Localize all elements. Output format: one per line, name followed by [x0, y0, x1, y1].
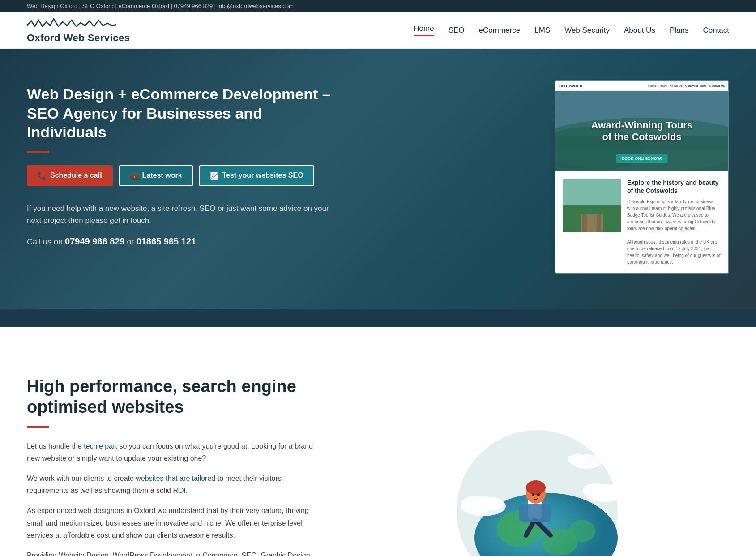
section-divider: [27, 426, 49, 428]
phone-icon: 📞: [38, 171, 47, 180]
main-para2: We work with our clients to create websi…: [27, 472, 318, 496]
screenshot-nav: COTSWOLD Home Tours About Us Cotswold To…: [555, 81, 728, 91]
screenshot-hero: Award-Winning Toursof the Cotswolds BOOK…: [555, 91, 728, 171]
hero-section: Web Design + eCommerce Development – SEO…: [0, 49, 756, 309]
logo-area: Oxford Web Services: [27, 17, 130, 44]
screenshot-text: Explore the history and beauty of the Co…: [627, 179, 721, 265]
nav-ecommerce[interactable]: eCommerce: [479, 26, 521, 35]
top-bar: Web Design Oxford | SEO Oxford | eCommer…: [0, 0, 756, 12]
svg-rect-12: [597, 214, 601, 232]
main-para1: Let us handle the techie part so you can…: [27, 440, 318, 464]
hero-content: Web Design + eCommerce Development – SEO…: [27, 76, 331, 247]
svg-point-26: [568, 454, 587, 465]
nav-home[interactable]: Home: [414, 24, 434, 36]
hero-divider: [27, 151, 49, 153]
schedule-call-button[interactable]: 📞 Schedule a call: [27, 165, 113, 186]
nav-seo[interactable]: SEO: [448, 26, 465, 35]
screenshot-nav-links: Home Tours About Us Cotswold Tours Conta…: [648, 84, 725, 87]
globe-illustration: [430, 376, 645, 556]
hero-screenshot: COTSWOLD Home Tours About Us Cotswold To…: [555, 80, 729, 274]
screenshot-image: [563, 179, 621, 232]
svg-point-24: [603, 484, 623, 497]
hero-buttons: 📞 Schedule a call 💼 Latest work 📈 Test y…: [27, 165, 331, 186]
hero-description: If you need help with a new website, a s…: [27, 202, 331, 227]
nav-contact[interactable]: Contact: [703, 26, 729, 35]
main-nav: Home SEO eCommerce LMS Web Security Abou…: [414, 24, 729, 36]
section-title: High performance, search engine optimise…: [27, 376, 318, 417]
arrow-divider: [0, 309, 756, 327]
hero-phone: Call us on 07949 966 829 or 01865 965 12…: [27, 236, 331, 247]
screenshot-tour-title: Award-Winning Toursof the Cotswolds: [591, 120, 692, 143]
nav-lms[interactable]: LMS: [534, 26, 550, 35]
briefcase-icon: 💼: [130, 171, 139, 180]
divider-spacer: [0, 327, 756, 345]
top-bar-text: Web Design Oxford | SEO Oxford | eCommer…: [27, 3, 294, 9]
svg-rect-11: [582, 214, 587, 232]
nav-plans[interactable]: Plans: [670, 26, 689, 35]
test-seo-button[interactable]: 📈 Test your websites SEO: [199, 165, 314, 186]
header: Oxford Web Services Home SEO eCommerce L…: [0, 12, 756, 49]
main-para1-link: techie part: [84, 442, 117, 450]
nav-about-us[interactable]: About Us: [624, 26, 655, 35]
latest-work-label: Latest work: [142, 171, 182, 180]
main-para3: As experienced web designers in Oxford w…: [27, 505, 318, 541]
chart-icon: 📈: [210, 171, 219, 180]
hero-title: Web Design + eCommerce Development – SEO…: [27, 85, 331, 142]
svg-point-33: [532, 493, 534, 496]
screenshot-logo: COTSWOLD: [559, 84, 583, 88]
screenshot-bottom: Explore the history and beauty of the Co…: [555, 171, 728, 273]
screenshot-explore-body: Cotswold Exploring is a family-run busin…: [627, 198, 721, 265]
latest-work-button[interactable]: 💼 Latest work: [119, 165, 193, 186]
main-para1-text: Let us handle the: [27, 442, 84, 450]
screenshot-book-btn: BOOK ONLINE NOW!: [616, 154, 668, 163]
illustration-area: [345, 376, 729, 556]
hero-phone1: 07949 966 829: [65, 236, 124, 246]
hero-phone2: 01865 965 121: [137, 236, 196, 246]
logo-text: Oxford Web Services: [27, 32, 130, 44]
screenshot-explore-title: Explore the history and beauty of the Co…: [627, 179, 721, 195]
svg-point-18: [568, 520, 595, 542]
main-para4: Providing Website Design, WordPress Deve…: [27, 549, 318, 556]
svg-rect-9: [563, 179, 621, 205]
schedule-call-label: Schedule a call: [50, 171, 102, 180]
test-seo-label: Test your websites SEO: [222, 171, 303, 180]
svg-point-34: [537, 493, 540, 496]
main-section: High performance, search engine optimise…: [0, 345, 756, 556]
svg-point-31: [526, 480, 546, 495]
svg-point-21: [481, 497, 504, 511]
nav-web-security[interactable]: Web Security: [564, 26, 610, 35]
svg-rect-32: [519, 504, 551, 522]
main-text: High performance, search engine optimise…: [27, 376, 318, 556]
logo-waves-icon: [27, 17, 130, 32]
